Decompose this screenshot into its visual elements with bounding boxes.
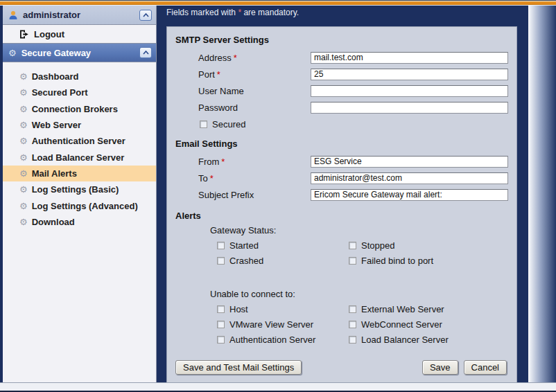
logout-label: Logout [34, 29, 64, 39]
gear-icon: ⚙ [19, 105, 28, 114]
required-asterisk: * [210, 173, 214, 184]
from-input[interactable] [311, 156, 508, 168]
sidebar-item-load-balancer-server[interactable]: ⚙ Load Balancer Server [3, 149, 156, 165]
failed-bind-checkbox[interactable] [349, 257, 356, 265]
top-accent-bar [0, 0, 556, 6]
subject-prefix-input[interactable] [311, 189, 508, 201]
port-label: Port* [198, 69, 311, 80]
gateway-header-label: Secure Gateway [21, 48, 91, 58]
subject-prefix-label: Subject Prefix [198, 190, 311, 200]
unable-row-3: Authentication Server Load Balancer Serv… [217, 332, 508, 347]
port-input[interactable] [311, 69, 508, 80]
to-row: To* [175, 170, 508, 186]
username-input[interactable] [311, 85, 508, 97]
gear-icon: ⚙ [19, 153, 28, 162]
host-checkbox[interactable] [217, 305, 225, 313]
gear-icon: ⚙ [19, 169, 28, 178]
gear-icon: ⚙ [19, 72, 28, 81]
gear-icon: ⚙ [19, 202, 28, 211]
sidebar-item-logout[interactable]: Logout [3, 25, 156, 43]
secured-row: Secured [175, 116, 508, 132]
started-checkbox[interactable] [217, 242, 225, 249]
bottom-status-strip [0, 382, 556, 392]
sidebar-item-mail-alerts[interactable]: ⚙ Mail Alerts [3, 166, 156, 181]
cancel-button[interactable]: Cancel [464, 360, 507, 375]
authentication-server-checkbox[interactable] [217, 336, 225, 344]
required-asterisk: * [217, 69, 220, 80]
failed-bind-option: Failed bind to port [349, 256, 480, 266]
gear-icon: ⚙ [19, 136, 28, 145]
sidebar: administrator Logout ⚙ Secure Gateway [3, 6, 157, 382]
sidebar-item-secured-port[interactable]: ⚙ Secured Port [3, 84, 156, 100]
save-and-test-button[interactable]: Save and Test Mail Settings [175, 360, 302, 375]
from-label: From* [198, 157, 311, 167]
address-label: Address* [198, 53, 311, 63]
crashed-checkbox[interactable] [217, 257, 225, 265]
gateway-status-row-1: Started Stopped [217, 238, 508, 253]
sidebar-item-download[interactable]: ⚙ Download [3, 214, 156, 230]
alerts-section-heading: Alerts [175, 210, 508, 222]
smtp-section-heading: SMTP Server Settings [175, 34, 508, 46]
secured-label: Secured [212, 119, 245, 130]
host-option: Host [217, 304, 349, 314]
sidebar-item-authentication-server[interactable]: ⚙ Authentication Server [3, 133, 156, 149]
gear-icon: ⚙ [19, 121, 28, 130]
username-label: User Name [198, 86, 311, 96]
to-label: To* [198, 173, 311, 184]
external-web-server-checkbox[interactable] [349, 305, 356, 313]
unable-row-1: Host External Web Server [217, 301, 508, 317]
sidebar-menu: ⚙ Dashboard ⚙ Secured Port ⚙ Connection … [3, 62, 156, 230]
gear-icon: ⚙ [19, 185, 28, 194]
gear-icon: ⚙ [19, 88, 28, 97]
sidebar-item-web-server[interactable]: ⚙ Web Server [3, 117, 156, 133]
password-row: Password [175, 99, 508, 116]
email-section-heading: Email Settings [175, 138, 508, 150]
sidebar-gateway-header[interactable]: ⚙ Secure Gateway [3, 43, 156, 62]
collapse-user-section-button[interactable] [139, 10, 152, 21]
sidebar-user-header[interactable]: administrator [3, 6, 156, 25]
unable-to-connect-label: Unable to connect to: [210, 286, 508, 301]
save-button[interactable]: Save [422, 360, 458, 375]
authentication-server-option: Authentication Server [217, 335, 349, 345]
from-row: From* [175, 153, 508, 170]
app-window: administrator Logout ⚙ Secure Gateway [0, 0, 556, 392]
stopped-option: Stopped [349, 240, 480, 251]
address-input[interactable] [311, 52, 508, 64]
gateway-status-row-2: Crashed Failed bind to port [217, 253, 508, 268]
right-gradient-strip [528, 6, 556, 382]
address-row: Address* [175, 49, 508, 66]
crashed-option: Crashed [217, 256, 349, 266]
unable-row-2: VMware View Server WebConnect Server [217, 317, 508, 332]
user-header-label: administrator [23, 10, 80, 20]
gateway-status-label: Gateway Status: [210, 222, 508, 238]
user-icon [8, 10, 18, 20]
mail-alerts-form: SMTP Server Settings Address* Port* User… [166, 26, 517, 385]
required-asterisk: * [221, 157, 225, 167]
stopped-checkbox[interactable] [349, 242, 356, 249]
sidebar-item-connection-brokers[interactable]: ⚙ Connection Brokers [3, 101, 156, 117]
mandatory-fields-note: Fields marked with * are mandatory. [166, 8, 299, 17]
secured-checkbox[interactable] [200, 121, 207, 128]
collapse-gateway-section-button[interactable] [139, 47, 152, 58]
sidebar-item-dashboard[interactable]: ⚙ Dashboard [3, 69, 156, 84]
webconnect-server-checkbox[interactable] [349, 321, 356, 328]
external-web-server-option: External Web Server [349, 304, 480, 314]
started-option: Started [217, 240, 349, 251]
vmware-view-server-checkbox[interactable] [217, 321, 225, 328]
sidebar-item-log-settings-advanced[interactable]: ⚙ Log Settings (Advanced) [3, 197, 156, 213]
subject-prefix-row: Subject Prefix [175, 186, 508, 203]
password-input[interactable] [311, 102, 508, 114]
to-input[interactable] [311, 172, 508, 184]
required-asterisk: * [234, 53, 237, 63]
main-content: Fields marked with * are mandatory. SMTP… [157, 6, 528, 382]
vmware-view-server-option: VMware View Server [217, 319, 349, 330]
logout-icon [19, 30, 29, 39]
password-label: Password [198, 103, 311, 113]
sidebar-item-log-settings-basic[interactable]: ⚙ Log Settings (Basic) [3, 181, 156, 197]
port-row: Port* [175, 66, 508, 82]
gear-icon: ⚙ [8, 48, 17, 57]
username-row: User Name [175, 82, 508, 99]
gear-icon: ⚙ [19, 217, 28, 226]
load-balancer-server-option: Load Balancer Server [349, 335, 480, 345]
load-balancer-server-checkbox[interactable] [349, 336, 356, 344]
